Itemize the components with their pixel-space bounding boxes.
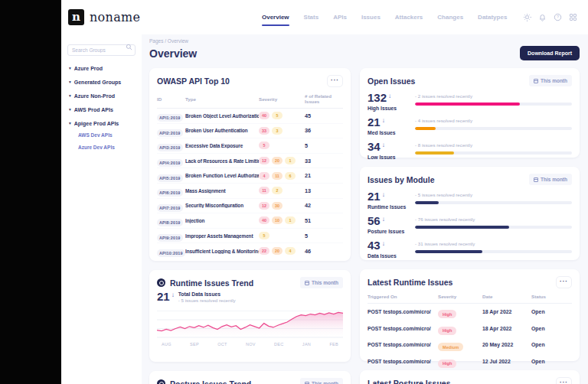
nav-issues[interactable]: Issues <box>361 14 381 21</box>
severity-badge: 3 <box>272 127 283 135</box>
group-label: Azure Prod <box>74 66 103 71</box>
module-metrics: 21↓Runtime Issues- 5 issues resolved rec… <box>368 190 572 259</box>
metric-value: 56 <box>368 215 381 226</box>
metric-left: 34↓Low Issues <box>368 141 415 160</box>
nav-changes[interactable]: Changes <box>437 14 463 21</box>
owasp-table-row[interactable]: API8:2019Injection4010151 <box>157 213 343 229</box>
owasp-table-row[interactable]: API10:2019Insufficient Logging & Monitor… <box>157 243 343 259</box>
latest-issue-row[interactable]: POST testops.com/micro/High18 Apr 2022Op… <box>368 321 572 337</box>
api-id-pill: API1:2019 <box>157 114 183 122</box>
group-label: Azure Non-Prod <box>74 93 115 99</box>
page-title: Overview <box>149 47 197 60</box>
issue-type: Improper Assets Management <box>185 233 259 239</box>
owasp-table-row[interactable]: API4:2019Lack of Resources & Rate Limiti… <box>157 154 343 169</box>
calendar-icon <box>305 382 309 384</box>
target-icon <box>157 379 165 384</box>
latest-issue-row[interactable]: POST testops.com/micro/High18 Apr 2022Op… <box>368 304 572 321</box>
owasp-table-row[interactable]: API3:2019Excessive Data Exposure55 <box>157 138 343 154</box>
calendar-icon <box>534 177 538 182</box>
chevron-down-icon: ▾ <box>69 67 71 71</box>
this-month-filter[interactable]: This month <box>300 378 343 384</box>
sidebar: ▾ Azure Prod ▾ Generated Groups ▾ Azure … <box>61 34 142 384</box>
sidebar-item-apigee-prod-apis[interactable]: ▾ Apigee Prod APIs <box>69 121 136 126</box>
down-arrow-icon: ↓ <box>382 216 385 223</box>
metric-row: 56↓Posture Issues- 76 issues resolved re… <box>368 215 572 234</box>
related-issues-count: 46 <box>305 248 343 255</box>
metric-value: 132 <box>368 92 387 103</box>
severity-badge: 20 <box>272 247 283 255</box>
latest-issue-row[interactable]: POST testops.com/micro/High12 Jul 2022Op… <box>368 353 572 370</box>
sidebar-item-aws-prod-apis[interactable]: ▾ AWS Prod APIs <box>69 107 136 112</box>
nav-apis[interactable]: APIs <box>333 14 347 21</box>
sidebar-item-aws-dev-apis[interactable]: AWS Dev APIs <box>78 132 136 138</box>
chevron-down-icon: ▾ <box>69 94 71 99</box>
latest-posture-issues-card: Latest Posture Issues ··· <box>360 370 580 384</box>
progress-bar <box>415 201 439 204</box>
more-menu-icon[interactable]: ··· <box>556 377 572 384</box>
card-title: Posture Issues Trend <box>170 379 251 384</box>
metric-note: - 8 issues resolved recently <box>415 142 572 148</box>
api-id-pill: API9:2019 <box>157 234 183 242</box>
issue-type: Broken Function Level Authorization <box>185 173 259 178</box>
metric-note: - 31 issues resolved recently <box>415 241 572 246</box>
this-month-filter[interactable]: This month <box>300 277 343 288</box>
owasp-table-row[interactable]: API1:2019Broken Object Level Authorizati… <box>157 109 343 124</box>
latest-runtime-issues-card: Latest Runtime Issues ··· Triggered On S… <box>360 269 580 361</box>
month-tick: DEC <box>274 342 284 347</box>
owasp-top10-card: OWASP API Top 10 ··· ID Type Severity # … <box>149 68 351 261</box>
apps-grid-icon[interactable] <box>569 13 577 21</box>
group-label: Apigee Prod APIs <box>74 121 119 126</box>
related-issues-count: 42 <box>305 202 343 209</box>
gear-icon[interactable] <box>523 13 531 21</box>
owasp-table-row[interactable]: API7:2019Security Misconfiguration123042 <box>157 199 343 214</box>
bell-icon[interactable] <box>538 13 547 21</box>
down-arrow-icon: ↓ <box>382 142 385 148</box>
metric-value: 34 <box>368 141 381 152</box>
sidebar-item-azure-non-prod[interactable]: ▾ Azure Non-Prod <box>69 93 136 99</box>
this-month-filter[interactable]: This month <box>529 75 572 86</box>
severity-badge: High <box>438 310 456 318</box>
down-arrow-icon: ↓ <box>382 240 385 247</box>
issue-type: Mass Assignment <box>185 188 259 194</box>
brand-logo[interactable]: n noname <box>68 9 140 25</box>
sidebar-item-generated-groups[interactable]: ▾ Generated Groups <box>69 80 136 85</box>
nav-datatypes[interactable]: Datatypes <box>478 14 507 21</box>
metric-right: - 5 issues resolved recently <box>415 190 572 204</box>
sidebar-item-azure-prod[interactable]: ▾ Azure Prod <box>69 66 136 71</box>
severity-badge: 12 <box>259 202 270 210</box>
groups-tree: ▾ Azure Prod ▾ Generated Groups ▾ Azure … <box>67 66 136 150</box>
this-month-filter[interactable]: This month <box>529 174 572 185</box>
metric-right: - 31 issues resolved recently <box>415 239 572 253</box>
more-menu-icon[interactable]: ··· <box>556 276 572 288</box>
issue-type: Excessive Data Exposure <box>185 143 259 148</box>
issue-endpoint: POST testops.com/micro/ <box>368 309 438 314</box>
progress-bar <box>415 250 482 253</box>
download-report-button[interactable]: Download Report <box>520 46 580 60</box>
nav-stats[interactable]: Stats <box>304 14 319 21</box>
severity-badge: High <box>438 327 456 335</box>
nav-attackers[interactable]: Attackers <box>395 14 423 21</box>
latest-issue-row[interactable]: POST testops.com/micro/Medium20 May 2022… <box>368 337 572 353</box>
help-icon[interactable]: ? <box>554 13 562 21</box>
progress-bar <box>415 226 509 229</box>
sidebar-item-azure-dev-apis[interactable]: Azure Dev APIs <box>78 145 136 150</box>
owasp-table-row[interactable]: API9:2019Improper Assets Management55 <box>157 229 343 244</box>
severity-badge: 10 <box>272 216 283 224</box>
owasp-table-row[interactable]: API6:2019Mass Assignment11213 <box>157 184 343 199</box>
owasp-table-row[interactable]: API2:2019Broken User Authentication33336 <box>157 124 343 139</box>
api-id-pill: API5:2019 <box>157 174 183 182</box>
related-issues-count: 21 <box>305 172 343 179</box>
nav-overview[interactable]: Overview <box>262 14 289 21</box>
runtime-trend-chart: AUG SEP OCT NOV DEC JAN FEB <box>157 304 343 347</box>
metric-left: 21↓Runtime Issues <box>368 190 415 210</box>
severity-badges: 5 <box>259 232 305 239</box>
more-menu-icon[interactable]: ··· <box>327 75 343 87</box>
issue-endpoint: POST testops.com/micro/ <box>368 342 438 347</box>
related-issues-count: 5 <box>305 142 343 149</box>
trend-stat: 21 ↓ Total Data Issues - 5 issues resolv… <box>157 291 343 303</box>
progress-bar <box>415 151 454 155</box>
content-area: Pages / Overview Overview Download Repor… <box>142 34 588 384</box>
down-arrow-icon: ↓ <box>382 191 385 198</box>
severity-badge: 12 <box>259 157 270 164</box>
owasp-table-row[interactable]: API5:2019Broken Function Level Authoriza… <box>157 168 343 184</box>
